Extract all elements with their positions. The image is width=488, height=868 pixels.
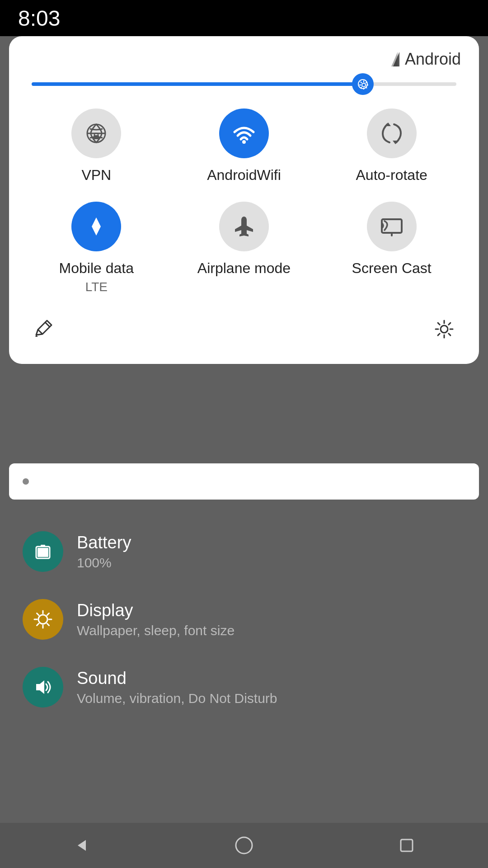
svg-line-10	[361, 87, 362, 88]
battery-icon	[32, 540, 54, 563]
airplane-icon	[230, 213, 258, 240]
svg-marker-1	[391, 52, 398, 66]
svg-marker-17	[393, 141, 399, 144]
svg-point-29	[38, 615, 47, 624]
tile-screencast[interactable]: Screen Cast	[322, 202, 461, 294]
settings-item-sound[interactable]: Sound Volume, vibration, Do Not Disturb	[14, 653, 474, 721]
svg-point-15	[242, 140, 246, 144]
battery-subtitle: 100%	[77, 555, 131, 571]
battery-text: Battery 100%	[77, 533, 131, 571]
tile-airplane-label: Airplane mode	[197, 259, 291, 277]
tile-androidwifi[interactable]: AndroidWifi	[175, 108, 314, 184]
brightness-fill	[32, 82, 363, 86]
svg-marker-16	[385, 123, 391, 126]
battery-icon-circle	[23, 531, 63, 572]
sound-icon-circle	[23, 667, 63, 708]
svg-point-2	[362, 83, 366, 87]
tile-wifi-icon-circle	[219, 108, 269, 158]
svg-marker-39	[78, 840, 86, 851]
svg-marker-18	[92, 217, 101, 226]
tile-screencast-icon-circle	[367, 202, 417, 251]
svg-point-25	[441, 326, 448, 333]
tile-vpn-label: VPN	[81, 166, 111, 184]
home-icon	[234, 835, 254, 855]
sound-icon	[32, 676, 54, 698]
svg-line-37	[37, 623, 39, 625]
rotate-icon	[378, 120, 405, 147]
svg-point-40	[236, 837, 252, 854]
settings-button[interactable]	[432, 317, 456, 341]
display-icon	[32, 608, 54, 631]
tile-vpn-icon-circle	[71, 108, 121, 158]
mobiledata-icon	[83, 213, 110, 240]
brightness-slider-row[interactable]	[27, 82, 461, 86]
back-icon	[72, 836, 90, 854]
svg-line-34	[37, 613, 39, 615]
edit-button[interactable]	[32, 318, 54, 340]
svg-rect-28	[41, 545, 45, 547]
settings-item-display[interactable]: Display Wallpaper, sleep, font size	[14, 585, 474, 653]
screencast-icon	[378, 213, 405, 240]
display-icon-circle	[23, 599, 63, 640]
home-button[interactable]	[226, 827, 262, 863]
tile-screencast-label: Screen Cast	[352, 259, 432, 277]
brightness-thumb[interactable]	[352, 73, 374, 95]
display-subtitle: Wallpaper, sleep, font size	[77, 623, 235, 638]
svg-line-8	[366, 87, 367, 88]
tile-mobiledata-label: Mobile data	[59, 259, 134, 277]
signal-icon	[385, 52, 399, 66]
svg-marker-38	[36, 680, 44, 694]
sound-text: Sound Volume, vibration, Do Not Disturb	[77, 669, 277, 706]
tile-airplanemode[interactable]: Airplane mode	[175, 202, 314, 294]
tile-airplane-icon-circle	[219, 202, 269, 251]
brightness-gear-icon	[359, 80, 369, 90]
display-text: Display Wallpaper, sleep, font size	[77, 601, 235, 638]
svg-marker-19	[92, 226, 101, 236]
back-button[interactable]	[63, 827, 99, 863]
tile-mobiledata-sublabel: LTE	[85, 280, 108, 294]
nav-bar	[0, 823, 488, 868]
recents-icon	[398, 837, 415, 854]
android-label: Android	[405, 50, 461, 69]
qs-header: Android	[27, 50, 461, 69]
display-title: Display	[77, 601, 235, 620]
tile-wifi-label: AndroidWifi	[207, 166, 281, 184]
qs-android-label: Android	[385, 50, 461, 69]
search-bar[interactable]	[9, 463, 479, 500]
qs-tiles-grid: VPN AndroidWifi	[27, 108, 461, 294]
tile-vpn[interactable]: VPN	[27, 108, 166, 184]
wifi-icon	[230, 119, 258, 147]
status-bar: 8:03	[0, 0, 488, 36]
sound-title: Sound	[77, 669, 277, 688]
tile-rotate-label: Auto-rotate	[356, 166, 427, 184]
vpn-icon	[84, 121, 109, 146]
svg-rect-27	[38, 548, 48, 557]
search-dot	[23, 478, 29, 485]
settings-item-battery[interactable]: Battery 100%	[14, 518, 474, 585]
brightness-thumb-inner	[358, 79, 368, 89]
recents-button[interactable]	[389, 827, 425, 863]
status-time: 8:03	[18, 6, 60, 31]
svg-line-23	[38, 330, 42, 334]
svg-rect-14	[94, 133, 98, 136]
tile-mobiledata-icon-circle	[71, 202, 121, 251]
quick-settings-panel: Android	[9, 36, 479, 364]
settings-list: Battery 100% Display Wallpaper, sleep, f…	[0, 509, 488, 730]
gear-icon	[432, 317, 456, 341]
tile-autorotate[interactable]: Auto-rotate	[322, 108, 461, 184]
qs-bottom-bar	[27, 317, 461, 341]
tile-rotate-icon-circle	[367, 108, 417, 158]
svg-rect-41	[401, 840, 413, 851]
sound-subtitle: Volume, vibration, Do Not Disturb	[77, 691, 277, 706]
brightness-track[interactable]	[32, 82, 456, 86]
tile-mobiledata[interactable]: Mobile data LTE	[27, 202, 166, 294]
svg-line-35	[47, 623, 49, 625]
pencil-icon	[32, 318, 54, 340]
svg-line-9	[366, 82, 367, 83]
battery-title: Battery	[77, 533, 131, 552]
svg-line-7	[361, 82, 362, 83]
svg-line-36	[47, 613, 49, 615]
